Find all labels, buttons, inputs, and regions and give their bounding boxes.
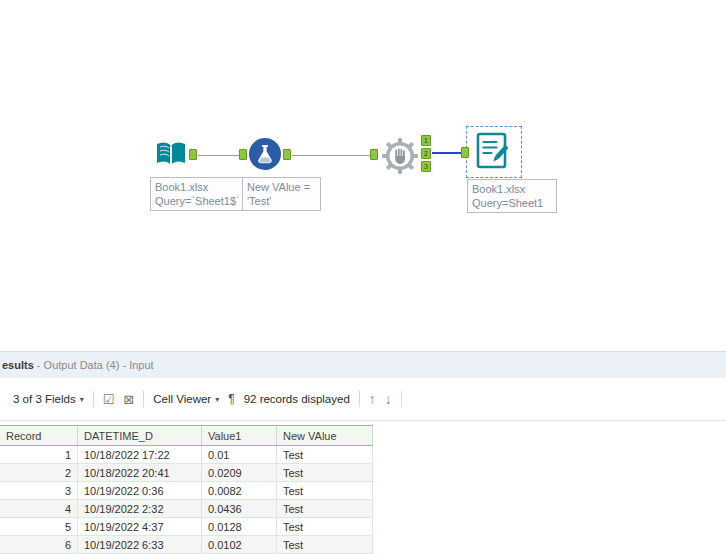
table-header-row: Record DATETIME_D Value1 New VAlue xyxy=(0,425,373,446)
block-output-anchor-3[interactable]: 3 xyxy=(421,161,431,172)
deselect-all-fields-icon[interactable]: ⊠ xyxy=(123,392,134,407)
connection-formula-block[interactable] xyxy=(292,155,370,156)
gear-hand-icon xyxy=(380,136,420,176)
column-header-new-value[interactable]: New VAlue xyxy=(277,426,373,445)
datetime-cell[interactable]: 10/19/2022 6:33 xyxy=(78,536,202,553)
fields-dropdown[interactable]: 3 of 3 Fields ▾ xyxy=(13,393,84,405)
new-value-cell[interactable]: Test xyxy=(277,464,373,481)
results-toolbar: 3 of 3 Fields ▾ ☑ ⊠ Cell Viewer ▾ ¶ 92 r… xyxy=(0,378,726,421)
new-value-cell[interactable]: Test xyxy=(277,446,373,463)
column-header-datetime[interactable]: DATETIME_D xyxy=(78,426,202,445)
output-data-tool[interactable] xyxy=(474,131,510,171)
formula-tool-annotation[interactable]: New VAlue = 'Test' xyxy=(242,177,321,211)
connection-block-output-selected[interactable] xyxy=(432,152,461,154)
toolbar-separator xyxy=(359,391,360,407)
value1-cell[interactable]: 0.0082 xyxy=(202,482,277,499)
show-whitespace-icon[interactable]: ¶ xyxy=(228,392,234,406)
table-row[interactable]: 1 10/18/2022 17:22 0.01 Test xyxy=(0,446,373,464)
datetime-cell[interactable]: 10/19/2022 2:32 xyxy=(78,500,202,517)
value1-cell[interactable]: 0.0102 xyxy=(202,536,277,553)
new-value-cell[interactable]: Test xyxy=(277,482,373,499)
table-row[interactable]: 6 10/19/2022 6:33 0.0102 Test xyxy=(0,536,373,554)
block-until-done-tool[interactable] xyxy=(380,136,420,176)
datetime-cell[interactable]: 10/18/2022 17:22 xyxy=(78,446,202,463)
flask-icon xyxy=(248,137,282,171)
toolbar-separator xyxy=(401,391,402,407)
toolbar-separator xyxy=(143,391,144,407)
table-row[interactable]: 5 10/19/2022 4:37 0.0128 Test xyxy=(0,518,373,536)
output-input-anchor[interactable] xyxy=(461,147,469,158)
value1-cell[interactable]: 0.0209 xyxy=(202,464,277,481)
input-data-tool[interactable] xyxy=(154,137,188,171)
records-displayed-label: 92 records displayed xyxy=(244,393,350,405)
scroll-down-icon[interactable]: ↓ xyxy=(385,391,392,407)
alteryx-window: 1 2 3 Book1.xlsx Query=`Sheet1$` New VAl… xyxy=(0,0,726,554)
formula-tool[interactable] xyxy=(248,137,282,171)
block-input-anchor[interactable] xyxy=(370,149,378,160)
scroll-up-icon[interactable]: ↑ xyxy=(369,391,376,407)
chevron-down-icon: ▾ xyxy=(80,395,84,404)
connection-input-formula[interactable] xyxy=(198,155,239,156)
annotation-line: Book1.xlsx xyxy=(472,182,552,196)
table-row[interactable]: 3 10/19/2022 0:36 0.0082 Test xyxy=(0,482,373,500)
output-tool-annotation[interactable]: Book1.xlsx Query=Sheet1 xyxy=(467,179,557,213)
results-panel-header: esults - Output Data (4) - Input xyxy=(0,351,726,378)
annotation-line: Query=`Sheet1$` xyxy=(155,194,238,208)
formula-input-anchor[interactable] xyxy=(239,149,247,160)
value1-cell[interactable]: 0.0128 xyxy=(202,518,277,535)
record-number[interactable]: 6 xyxy=(0,536,78,553)
document-pencil-icon xyxy=(474,131,510,171)
record-number[interactable]: 3 xyxy=(0,482,78,499)
annotation-line: New VAlue = xyxy=(247,180,316,194)
cell-viewer-dropdown[interactable]: Cell Viewer ▾ xyxy=(153,393,219,405)
value1-cell[interactable]: 0.01 xyxy=(202,446,277,463)
results-subtitle: - Output Data (4) - Input xyxy=(34,359,154,371)
chevron-down-icon: ▾ xyxy=(215,395,219,404)
column-header-record[interactable]: Record xyxy=(0,426,78,445)
annotation-line: 'Test' xyxy=(247,194,316,208)
cell-viewer-label: Cell Viewer xyxy=(153,393,211,405)
record-number[interactable]: 1 xyxy=(0,446,78,463)
fields-dropdown-label: 3 of 3 Fields xyxy=(13,393,76,405)
block-output-anchor-1[interactable]: 1 xyxy=(421,135,431,146)
input-output-anchor[interactable] xyxy=(189,149,197,160)
results-table: Record DATETIME_D Value1 New VAlue 1 10/… xyxy=(0,425,373,554)
formula-output-anchor[interactable] xyxy=(283,149,291,160)
table-row[interactable]: 2 10/18/2022 20:41 0.0209 Test xyxy=(0,464,373,482)
datetime-cell[interactable]: 10/19/2022 4:37 xyxy=(78,518,202,535)
toolbar-separator xyxy=(93,391,94,407)
record-number[interactable]: 2 xyxy=(0,464,78,481)
new-value-cell[interactable]: Test xyxy=(277,518,373,535)
input-tool-annotation[interactable]: Book1.xlsx Query=`Sheet1$` xyxy=(150,177,243,211)
new-value-cell[interactable]: Test xyxy=(277,500,373,517)
record-number[interactable]: 4 xyxy=(0,500,78,517)
book-icon xyxy=(154,137,188,171)
results-title: esults xyxy=(2,359,34,371)
annotation-line: Query=Sheet1 xyxy=(472,196,552,210)
new-value-cell[interactable]: Test xyxy=(277,536,373,553)
block-output-anchor-2[interactable]: 2 xyxy=(421,148,431,159)
datetime-cell[interactable]: 10/19/2022 0:36 xyxy=(78,482,202,499)
value1-cell[interactable]: 0.0436 xyxy=(202,500,277,517)
datetime-cell[interactable]: 10/18/2022 20:41 xyxy=(78,464,202,481)
record-number[interactable]: 5 xyxy=(0,518,78,535)
table-row[interactable]: 4 10/19/2022 2:32 0.0436 Test xyxy=(0,500,373,518)
column-header-value1[interactable]: Value1 xyxy=(202,426,277,445)
workflow-canvas[interactable]: 1 2 3 Book1.xlsx Query=`Sheet1$` New VAl… xyxy=(0,0,726,351)
annotation-line: Book1.xlsx xyxy=(155,180,238,194)
select-all-fields-icon[interactable]: ☑ xyxy=(103,392,115,407)
